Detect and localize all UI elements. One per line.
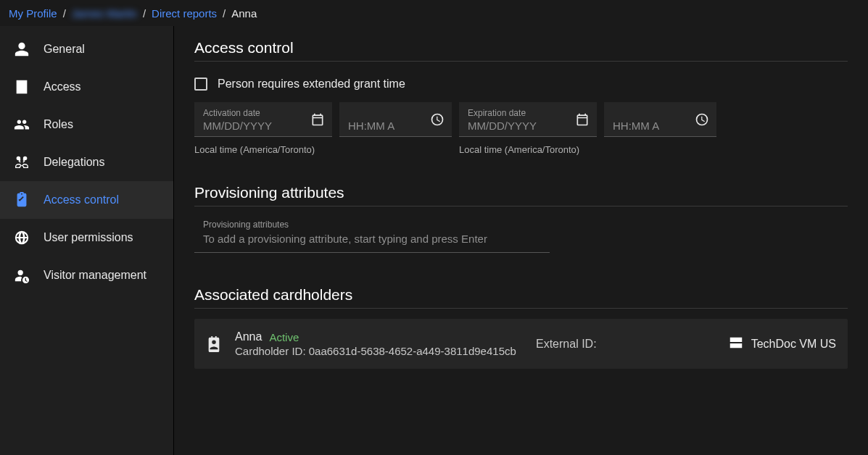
crumb-direct-reports[interactable]: Direct reports [152,7,217,20]
activation-helper: Local time (America/Toronto) [194,144,332,155]
activation-time-placeholder: HH:MM A [348,120,394,132]
sidebar-item-label: Visitor management [44,269,146,282]
sidebar-item-label: Delegations [44,156,105,169]
cardholder-id-label: Cardholder ID: [235,345,306,357]
expiration-date-input[interactable]: Expiration date MM/DD/YYYY [459,102,597,137]
extended-grant-checkbox[interactable] [194,78,207,91]
provisioning-field-label: Provisioning attributes [203,220,541,230]
clipboard-icon [13,191,30,209]
clock-icon[interactable] [695,112,709,127]
activation-time-input[interactable]: HH:MM A [339,102,452,137]
person-icon [13,41,30,58]
section-title-cardholders: Associated cardholders [194,286,848,309]
expiration-date-label: Expiration date [468,108,566,118]
sidebar: General Access Roles Delegations Access … [0,26,174,455]
cardholder-row[interactable]: Anna Active Cardholder ID: 0aa6631d-5638… [194,319,848,369]
sidebar-item-user-permissions[interactable]: User permissions [0,219,173,256]
building-icon [13,78,30,96]
cardholder-name: Anna [235,330,262,343]
cardholder-system: TechDoc VM US [728,335,836,354]
cardholder-status: Active [269,331,299,343]
provisioning-placeholder: To add a provisioning attribute, start t… [203,233,487,245]
extended-grant-label: Person requires extended grant time [218,78,405,91]
sidebar-item-roles[interactable]: Roles [0,106,173,143]
sidebar-item-access[interactable]: Access [0,68,173,106]
expiration-date-placeholder: MM/DD/YYYY [468,120,537,132]
system-name: TechDoc VM US [751,338,836,351]
sidebar-item-general[interactable]: General [0,30,173,68]
activation-date-input[interactable]: Activation date MM/DD/YYYY [194,102,332,137]
section-title-provisioning: Provisioning attributes [194,184,848,206]
extended-grant-row: Person requires extended grant time [194,78,848,91]
cardholder-id-line: Cardholder ID: 0aa6631d-5638-4652-a449-3… [235,345,536,357]
activation-date-placeholder: MM/DD/YYYY [203,120,272,132]
clock-icon[interactable] [430,112,445,127]
breadcrumb-separator: / [223,7,226,20]
crumb-manager[interactable]: James Martin [72,7,137,20]
sidebar-item-label: General [44,43,85,56]
server-icon [728,335,744,354]
sidebar-item-label: Roles [44,118,73,131]
external-id: External ID: [536,338,728,351]
sidebar-item-label: Access [44,80,81,93]
external-id-label: External ID: [536,338,597,350]
breadcrumb: My Profile / James Martin / Direct repor… [0,0,868,26]
calendar-icon[interactable] [575,112,590,127]
badge-icon [206,336,222,352]
sidebar-item-access-control[interactable]: Access control [0,181,173,219]
calendar-icon[interactable] [310,112,325,127]
sidebar-item-label: User permissions [44,231,133,244]
provisioning-attributes-input[interactable]: Provisioning attributes To add a provisi… [194,217,550,253]
sidebar-item-visitor-management[interactable]: Visitor management [0,256,173,294]
section-title-access-control: Access control [194,39,848,62]
globe-icon [13,229,30,246]
crumb-current: Anna [231,7,257,20]
breadcrumb-separator: / [143,7,146,20]
person-clock-icon [13,267,30,284]
expiration-helper: Local time (America/Toronto) [459,144,597,155]
main-content: Access control Person requires extended … [174,26,868,455]
expiration-time-placeholder: HH:MM A [613,120,659,132]
swap-icon [13,154,30,171]
cardholder-id-value: 0aa6631d-5638-4652-a449-3811d9e415cb [309,345,516,357]
sidebar-item-delegations[interactable]: Delegations [0,143,173,181]
expiration-time-input[interactable]: HH:MM A [604,102,716,137]
activation-date-label: Activation date [203,108,302,118]
crumb-my-profile[interactable]: My Profile [9,7,57,20]
group-icon [13,116,30,133]
breadcrumb-separator: / [63,7,66,20]
sidebar-item-label: Access control [44,193,119,206]
